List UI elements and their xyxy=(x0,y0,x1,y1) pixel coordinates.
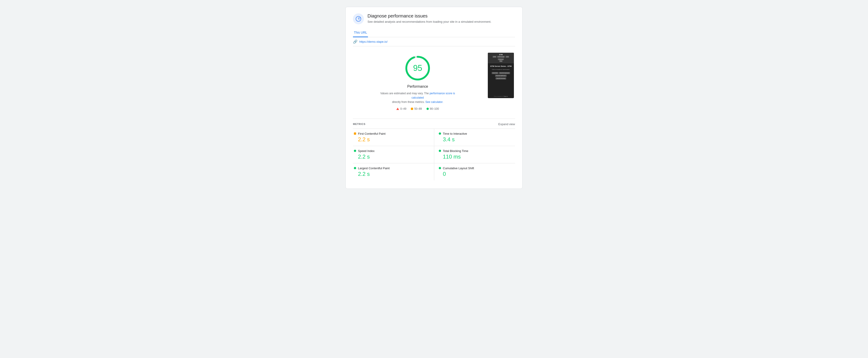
metric-tti-dot xyxy=(439,132,441,135)
metric-tti-name: Time to Interactive xyxy=(443,132,467,136)
metric-lcp-value: 2.2 s xyxy=(354,171,430,177)
metrics-section: METRICS Expand view First Contentful Pai… xyxy=(353,122,515,180)
header-text: Diagnose performance issues See detailed… xyxy=(368,13,491,24)
metric-lcp-header: Largest Contentful Paint xyxy=(354,167,430,170)
metric-lcp-name: Largest Contentful Paint xyxy=(358,167,390,170)
metric-tbt-dot xyxy=(439,150,441,152)
screenshot-btn-row-3: Send EE Purchase xyxy=(496,78,506,80)
btn-send-ee-addproduct: Send EE AddProduct xyxy=(495,75,506,77)
score-value: 95 xyxy=(413,63,422,73)
metric-item-tbt: Total Blocking Time 110 ms xyxy=(434,146,515,163)
metric-cls-name: Cumulative Layout Shift xyxy=(443,167,474,170)
metric-si-name: Speed Index xyxy=(358,149,375,153)
legend-medium-label: 50–89 xyxy=(414,107,422,110)
screenshot-btn-row-1: Send Click Send EE Impression xyxy=(492,72,510,74)
metric-cls-dot xyxy=(439,167,441,169)
screenshot-footer-brand: Stape.io xyxy=(504,96,508,97)
tag-gtm-google: GTM Google xyxy=(497,56,505,58)
legend-item-good: 90–100 xyxy=(427,107,439,110)
screenshot-page-title: GTM Server Demo - GTM xyxy=(489,65,513,67)
metric-fcp-name: First Contentful Paint xyxy=(358,132,385,136)
legend-good-label: 90–100 xyxy=(430,107,439,110)
btn-send-click: Send Click xyxy=(492,72,498,74)
metric-cls-value: 0 xyxy=(439,171,514,177)
page-description: See detailed analysis and recommendation… xyxy=(368,20,491,24)
tag-universal: Universal xyxy=(498,58,504,60)
metric-si-dot xyxy=(354,150,356,152)
btn-send-ee-purchase: Send EE Purchase xyxy=(496,78,506,80)
tab-this-url[interactable]: This URL xyxy=(353,29,368,37)
metric-item-tti: Time to Interactive 3.4 s xyxy=(434,128,515,146)
legend-bad-label: 0–49 xyxy=(400,107,406,110)
tag-ga4: GA4 xyxy=(505,56,509,58)
legend: 0–49 50–89 90–100 xyxy=(396,107,439,110)
metrics-grid: First Contentful Paint 2.2 s Time to Int… xyxy=(353,128,515,180)
legend-item-bad: 0–49 xyxy=(396,107,406,110)
metric-item-lcp: Largest Contentful Paint 2.2 s xyxy=(353,163,434,180)
screenshot-top-bar: GTM GTM GTM Google GA4 Universal Tool xyxy=(488,53,514,63)
metric-tbt-value: 110 ms xyxy=(439,154,514,160)
tag-tool: Tool xyxy=(499,60,502,62)
score-label: Performance xyxy=(407,85,428,89)
metric-lcp-dot xyxy=(354,167,356,169)
score-note: Values are estimated and may vary. The p… xyxy=(375,91,461,105)
btn-send-ee-impression: Send EE Impression xyxy=(499,72,510,74)
metric-fcp-value: 2.2 s xyxy=(354,136,430,143)
metric-fcp-header: First Contentful Paint xyxy=(354,132,430,136)
right-panel: GTM GTM GTM Google GA4 Universal Tool GT… xyxy=(488,53,515,98)
metrics-title: METRICS xyxy=(353,123,366,125)
metric-cls-header: Cumulative Layout Shift xyxy=(439,167,514,170)
metric-si-header: Speed Index xyxy=(354,149,430,153)
screenshot-site-label: GTM xyxy=(499,54,503,55)
screenshot-footer: Demo template for Stape.io xyxy=(494,96,508,97)
metric-si-value: 2.2 s xyxy=(354,154,430,160)
legend-triangle-icon xyxy=(396,108,399,110)
score-circle: 95 xyxy=(404,55,431,82)
legend-item-medium: 50–89 xyxy=(411,107,422,110)
expand-view-button[interactable]: Expand view xyxy=(498,122,515,126)
main-content: 95 Performance Values are estimated and … xyxy=(353,51,515,115)
screenshot-btn-group: Send Click Send EE Impression Send EE Ad… xyxy=(489,72,513,80)
legend-square-icon xyxy=(411,108,413,110)
performance-icon xyxy=(355,16,362,22)
page-title: Diagnose performance issues xyxy=(368,13,491,19)
metric-item-fcp: First Contentful Paint 2.2 s xyxy=(353,128,434,146)
metric-tbt-name: Total Blocking Time xyxy=(443,149,468,153)
header: Diagnose performance issues See detailed… xyxy=(353,13,515,24)
link-icon: 🔗 xyxy=(353,39,358,44)
url-row: 🔗 https://demo.stape.io/ xyxy=(353,37,515,46)
score-note-text: Values are estimated and may vary. The xyxy=(380,92,429,95)
tab-bar: This URL xyxy=(353,29,515,37)
screenshot-btn-row-2: Send EE AddProduct xyxy=(495,75,506,77)
metric-fcp-dot xyxy=(354,132,356,135)
screenshot-tag-row: GTM GTM Google GA4 Universal xyxy=(489,56,513,60)
legend-circle-icon xyxy=(427,108,429,110)
metric-item-cls: Cumulative Layout Shift 0 xyxy=(434,163,515,180)
screenshot-page-subtitle: Click on button to send event. xyxy=(489,69,513,70)
score-section: 95 Performance Values are estimated and … xyxy=(353,51,482,115)
metric-tti-header: Time to Interactive xyxy=(439,132,514,136)
score-note-mid: directly from these metrics. xyxy=(392,100,425,103)
screenshot-body: GTM Server Demo - GTM Click on button to… xyxy=(488,63,514,81)
calculator-link[interactable]: See calculator. xyxy=(425,100,443,103)
metrics-header: METRICS Expand view xyxy=(353,122,515,126)
screenshot-tag-row-2: Tool xyxy=(499,60,502,62)
svg-point-1 xyxy=(359,18,360,19)
left-panel: 95 Performance Values are estimated and … xyxy=(353,51,482,115)
screenshot-preview: GTM GTM GTM Google GA4 Universal Tool GT… xyxy=(488,53,514,98)
header-icon-container xyxy=(353,13,364,24)
tag-gtm: GTM xyxy=(493,56,496,58)
main-card: Diagnose performance issues See detailed… xyxy=(345,7,523,189)
metric-tti-value: 3.4 s xyxy=(439,136,514,143)
url-value[interactable]: https://demo.stape.io/ xyxy=(359,40,388,43)
metric-tbt-header: Total Blocking Time xyxy=(439,149,514,153)
metric-item-si: Speed Index 2.2 s xyxy=(353,146,434,163)
